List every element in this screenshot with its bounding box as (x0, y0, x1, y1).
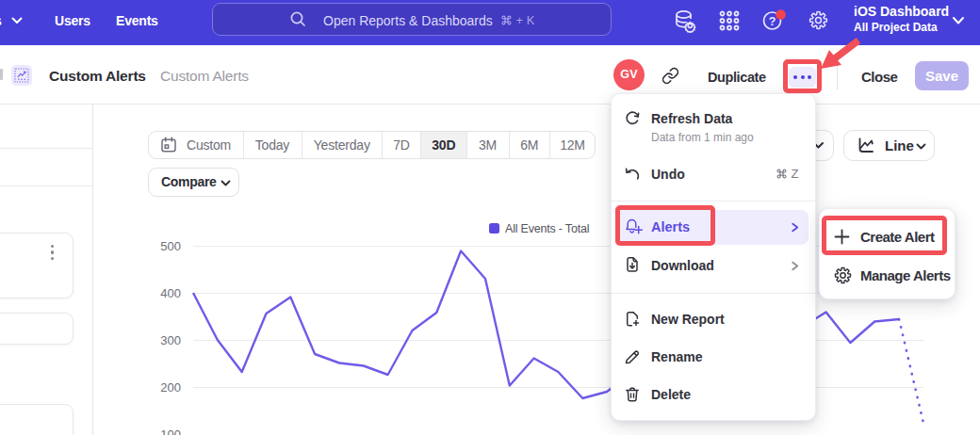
svg-text:?: ? (769, 15, 776, 28)
